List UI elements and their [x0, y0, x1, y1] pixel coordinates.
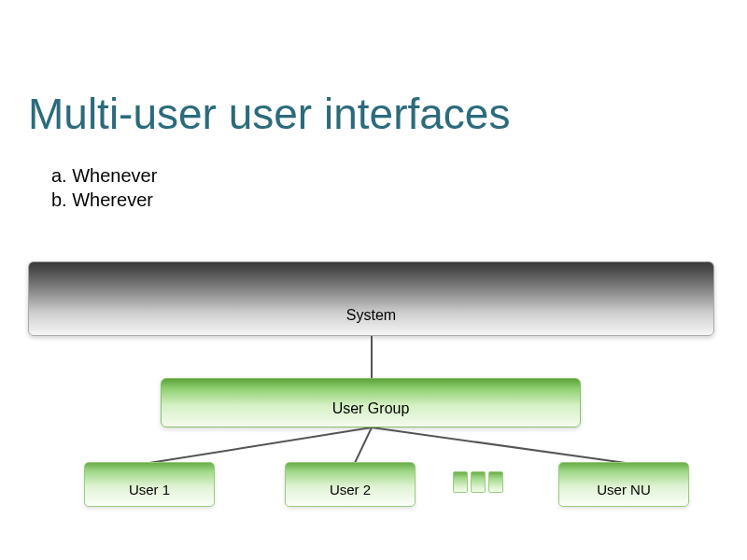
dot-icon — [453, 471, 468, 493]
dot-icon — [471, 471, 486, 493]
svg-line-1 — [149, 427, 372, 463]
user-1-label: User 1 — [129, 482, 170, 497]
user-2-label: User 2 — [330, 482, 371, 497]
user-box-1: User 1 — [84, 462, 215, 507]
subtext-line-a: a. Whenever — [51, 163, 157, 188]
user-box-2: User 2 — [285, 462, 416, 507]
system-box: System — [28, 261, 714, 336]
ellipsis-dots — [453, 471, 503, 493]
user-box-n: User NU — [558, 462, 689, 507]
connector-system-to-group — [367, 336, 376, 378]
slide-title: Multi-user user interfaces — [28, 89, 510, 139]
system-label: System — [346, 307, 396, 324]
svg-line-3 — [372, 427, 626, 463]
connector-group-to-users — [140, 427, 626, 463]
dot-icon — [488, 471, 503, 493]
user-group-label: User Group — [332, 400, 410, 417]
svg-line-2 — [355, 427, 372, 463]
slide-subtext: a. Whenever b. Wherever — [51, 163, 157, 212]
user-n-label: User NU — [597, 482, 651, 497]
user-group-box: User Group — [161, 378, 581, 427]
subtext-line-b: b. Wherever — [51, 188, 157, 212]
